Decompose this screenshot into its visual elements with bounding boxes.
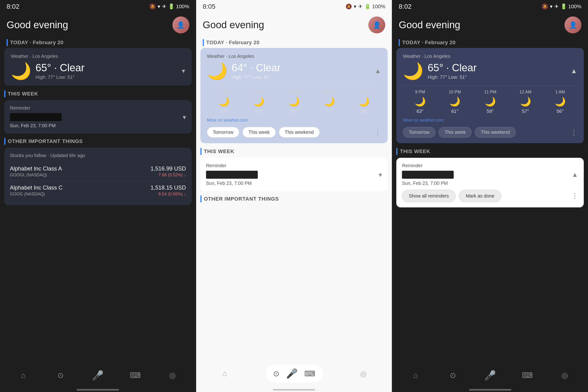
stock-row-1-left[interactable]: Alphabet Inc Class C GOOG (NASDAQ) 1,518… — [10, 181, 186, 200]
stock-change-1-left: 8.54 (0.56%) ↓ — [150, 192, 186, 196]
hour-temp-0-mid: 63° — [220, 109, 228, 114]
reminder-chevron-left[interactable]: ▾ — [183, 113, 186, 121]
chevron-down-icon-left[interactable]: ▾ — [182, 67, 185, 75]
greeting-left: Good evening — [6, 19, 68, 30]
keyboard-button-right[interactable]: ⌨ — [520, 368, 534, 382]
compass-button-right[interactable]: ◎ — [558, 368, 572, 382]
hour-temp-3-mid: 57° — [326, 109, 333, 114]
stock-ticker-1-left: GOOG (NASDAQ) — [10, 192, 62, 196]
hour-icon-1-mid: 🌙 — [253, 96, 264, 107]
weather-card-left: Weather · Los Angeles 🌙 65° · Clear High… — [4, 48, 192, 86]
mic-button-mid[interactable]: 🎤 — [286, 368, 298, 379]
airplane-icon-mid: ✈ — [358, 4, 362, 10]
avatar-mid[interactable]: 👤 — [368, 16, 385, 34]
chip-tomorrow-right[interactable]: Tomorrow — [403, 127, 435, 138]
hour-item-3-mid: 12 AM 🌙 57° — [324, 90, 336, 114]
chevron-up-icon-right[interactable]: ▲ — [570, 67, 577, 75]
stock-price-area-0-left: 1,516.99 USD 7.88 (0.52%) ↓ — [150, 165, 186, 178]
hour-item-1-mid: 10 PM 🌙 61° — [252, 90, 265, 114]
hour-item-2-mid: 11 PM 🌙 59° — [288, 90, 300, 114]
hour-item-4-mid: 1 AM 🌙 56° — [358, 90, 370, 114]
weather-left-mid: 🌙 64° · Clear High: 77° Low: 51° — [207, 62, 280, 80]
reminder-time-right: Sun, Feb 23, 7:00 PM — [402, 180, 578, 186]
hour-label-2-mid: 11 PM — [288, 90, 300, 94]
weather-left-right: 🌙 65° · Clear High: 77° Low: 51° — [403, 62, 476, 80]
hour-label-2-right: 11 PM — [484, 90, 496, 94]
mic-button-right[interactable]: 🎤 — [483, 368, 497, 382]
weather-hilo-mid: High: 77° Low: 51° — [232, 74, 280, 80]
status-time-mid: 8:05 — [203, 3, 216, 10]
home-indicator-left — [77, 389, 119, 390]
hour-label-1-right: 10 PM — [449, 90, 461, 94]
show-all-reminders-button[interactable]: Show all reminders — [402, 190, 456, 202]
reminder-chevron-mid[interactable]: ▾ — [379, 171, 382, 179]
date-accent-mid — [203, 39, 204, 46]
status-icons-right: 🔕 ▾ ✈ 🔋 100% — [542, 4, 582, 10]
reminder-more-btn-right[interactable]: ⋮ — [572, 192, 578, 200]
avatar-right[interactable]: 👤 — [564, 16, 582, 34]
home-button-right[interactable]: ⌂ — [408, 368, 423, 382]
panel-middle: 8:05 🔕 ▾ ✈ 🔋 100% Good evening 👤 TODAY ·… — [196, 0, 392, 392]
stock-row-0-left[interactable]: Alphabet Inc Class A GOOGL (NASDAQ) 1,51… — [10, 162, 186, 181]
more-weather-mid[interactable]: More on weather.com — [207, 118, 381, 123]
reminder-card-mid: Reminder ▾ Sun, Feb 23, 7:00 PM — [200, 158, 388, 191]
weather-info-right: 65° · Clear High: 77° Low: 51° — [428, 62, 476, 80]
stock-name-0-left: Alphabet Inc Class A — [10, 165, 62, 172]
weather-info-left: 65° · Clear High: 77° Low: 51° — [36, 62, 84, 80]
header-mid: Good evening 👤 — [196, 12, 392, 36]
hour-item-2-right: 11 PM 🌙 59° — [484, 90, 496, 114]
home-indicator-mid — [273, 389, 315, 390]
hour-temp-0-right: 63° — [416, 109, 424, 114]
avatar-left[interactable]: 👤 — [172, 16, 189, 34]
weather-temp-mid: 64° · Clear — [232, 62, 280, 74]
more-options-btn-mid[interactable]: ⋮ — [374, 128, 381, 136]
moon-icon-mid: 🌙 — [207, 63, 228, 79]
compass-button-mid[interactable]: ◎ — [356, 366, 370, 381]
hour-label-1-mid: 10 PM — [252, 90, 265, 94]
nav-mic-group-mid: ⊙ 🎤 ⌨ — [266, 365, 323, 382]
more-weather-right[interactable]: More on weather.com — [403, 118, 577, 123]
chip-thisweek-right[interactable]: This week — [439, 127, 472, 138]
mute-icon: 🔕 — [149, 4, 156, 10]
mic-button-left[interactable]: 🎤 — [91, 368, 105, 382]
more-options-btn-right[interactable]: ⋮ — [570, 128, 577, 136]
stock-info-0-left: Alphabet Inc Class A GOOGL (NASDAQ) — [10, 165, 62, 178]
lens-button-mid[interactable]: ⊙ — [273, 369, 280, 378]
this-week-label-right: THIS WEEK — [400, 148, 430, 154]
weather-main-right: 🌙 65° · Clear High: 77° Low: 51° ▲ — [403, 62, 577, 80]
keyboard-button-left[interactable]: ⌨ — [128, 368, 142, 382]
status-bar-left: 8:02 🔕 ▾ ✈ 🔋 100% — [0, 0, 196, 12]
stocks-updated-left: Stocks you follow · Updated 6hr ago — [10, 153, 186, 158]
filter-chips-right: Tomorrow This week This weekend ⋮ — [403, 127, 577, 138]
chevron-up-icon-mid[interactable]: ▲ — [375, 67, 381, 75]
scroll-right[interactable]: Weather · Los Angeles 🌙 65° · Clear High… — [392, 48, 588, 364]
lens-button-right[interactable]: ⊙ — [446, 368, 460, 382]
stock-change-0-left: 7.88 (0.52%) ↓ — [150, 172, 186, 178]
lens-button-left[interactable]: ⊙ — [54, 368, 68, 382]
wifi-icon: ▾ — [158, 4, 160, 10]
scroll-left[interactable]: Weather · Los Angeles 🌙 65° · Clear High… — [0, 48, 196, 364]
reminder-chevron-up-right[interactable]: ▲ — [572, 171, 578, 178]
hour-temp-1-right: 61° — [451, 109, 458, 114]
scroll-mid[interactable]: Weather · Los Angeles 🌙 64° · Clear High… — [196, 48, 392, 361]
chip-thisweekend-mid[interactable]: This weekend — [279, 127, 320, 138]
other-section-mid: OTHER IMPORTANT THINGS — [200, 196, 388, 202]
hour-temp-1-mid: 61° — [255, 109, 262, 114]
chip-thisweek-mid[interactable]: This week — [242, 127, 276, 138]
chip-thisweekend-right[interactable]: This weekend — [475, 127, 516, 138]
home-button-left[interactable]: ⌂ — [16, 368, 30, 382]
status-icons-mid: 🔕 ▾ ✈ 🔋 100% — [346, 4, 385, 10]
hour-label-4-right: 1 AM — [555, 90, 565, 94]
moon-icon-right: 🌙 — [403, 63, 423, 79]
keyboard-button-mid[interactable]: ⌨ — [304, 369, 315, 378]
other-accent-left — [4, 138, 6, 145]
home-button-mid[interactable]: ⌂ — [218, 366, 232, 381]
hour-item-1-right: 10 PM 🌙 61° — [449, 90, 461, 114]
weather-hilo-left: High: 77° Low: 51° — [36, 74, 84, 80]
stock-price-area-1-left: 1,518.15 USD 8.54 (0.56%) ↓ — [150, 184, 186, 196]
date-section-right: TODAY · February 20 — [392, 36, 588, 48]
date-text-mid: TODAY · February 20 — [206, 40, 260, 46]
mark-as-done-button[interactable]: Mark as done — [459, 190, 501, 202]
chip-tomorrow-mid[interactable]: Tomorrow — [207, 127, 240, 138]
compass-button-left[interactable]: ◎ — [165, 368, 180, 382]
